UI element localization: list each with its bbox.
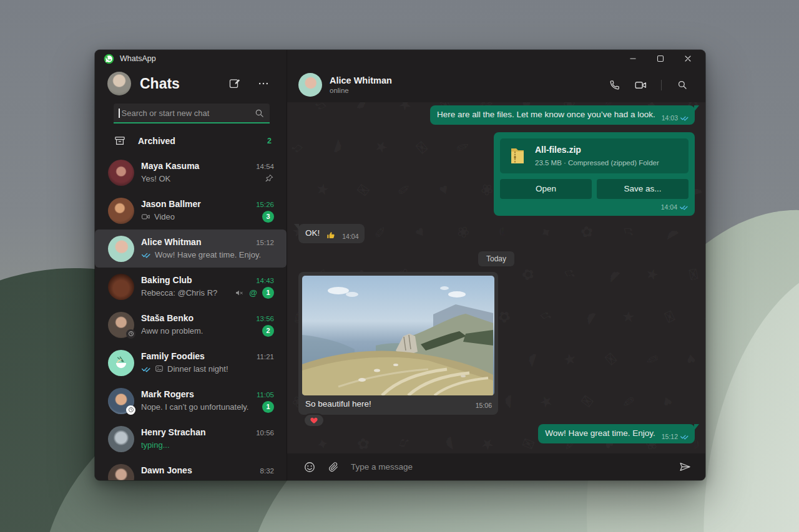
outgoing-message: Here are all the files. Let me know once… bbox=[430, 105, 695, 125]
send-button[interactable] bbox=[679, 460, 692, 473]
archived-chats-row[interactable]: Archived 2 bbox=[95, 128, 287, 153]
chat-list-item-henry[interactable]: Henry Strachan 10:56 typing... bbox=[95, 420, 287, 458]
maximize-button[interactable] bbox=[647, 50, 674, 67]
archived-count: 2 bbox=[267, 137, 272, 145]
chat-name: Henry Strachan bbox=[141, 427, 205, 437]
chat-preview: Dinner last night! bbox=[167, 364, 228, 374]
whatsapp-window: WhatsApp Chats Archived 2 bbox=[95, 50, 705, 480]
incoming-message: OK! 14:04 bbox=[298, 224, 365, 243]
more-menu-icon bbox=[257, 77, 270, 90]
thumbs-up-emoji bbox=[326, 230, 336, 240]
search-icon bbox=[677, 79, 688, 90]
chat-name: Alice Whitman bbox=[141, 237, 201, 247]
message-composer bbox=[287, 453, 705, 480]
chat-list-item-maya[interactable]: Maya Kasuma 14:54 Yes! OK bbox=[95, 153, 287, 191]
video-call-icon bbox=[634, 79, 647, 92]
avatar bbox=[108, 464, 134, 481]
minimize-button[interactable] bbox=[619, 50, 647, 67]
search-icon bbox=[254, 108, 265, 118]
chat-list-item-alice-selected[interactable]: Alice Whitman 15:12 Wow! Have great time… bbox=[95, 230, 287, 268]
status-clock-icon bbox=[126, 405, 135, 415]
file-meta: 23.5 MB · Compressed (zipped) Folder bbox=[535, 158, 659, 167]
chat-time: 14:54 bbox=[256, 163, 274, 170]
pin-icon bbox=[264, 173, 274, 183]
titlebar-left[interactable]: WhatsApp bbox=[95, 50, 287, 67]
unread-badge: 1 bbox=[262, 287, 274, 299]
chat-name: Dawn Jones bbox=[141, 465, 192, 475]
emoji-icon bbox=[303, 461, 316, 473]
chat-preview: Nope. I can’t go unfortunately. bbox=[141, 402, 248, 412]
chat-time: 14:43 bbox=[256, 277, 274, 284]
chat-preview: Video bbox=[154, 212, 175, 221]
app-title: WhatsApp bbox=[120, 54, 156, 63]
chat-time: 11:21 bbox=[257, 353, 274, 360]
avatar bbox=[108, 160, 134, 186]
muted-icon bbox=[235, 288, 244, 297]
chat-name: Baking Club bbox=[141, 275, 192, 285]
avatar bbox=[108, 426, 134, 452]
contact-avatar[interactable] bbox=[298, 73, 322, 97]
chat-list: Maya Kasuma 14:54 Yes! OK Jason Ballmer bbox=[95, 153, 287, 480]
landscape-photo bbox=[302, 276, 493, 395]
chat-time: 13:56 bbox=[256, 315, 274, 322]
save-as-button[interactable]: Save as... bbox=[597, 179, 689, 199]
attach-icon bbox=[328, 462, 339, 473]
avatar bbox=[108, 198, 134, 224]
search-input[interactable] bbox=[122, 109, 252, 118]
image-icon bbox=[155, 364, 164, 373]
bubble-tail bbox=[694, 424, 699, 430]
video-call-button[interactable] bbox=[631, 75, 650, 94]
unread-badge: 1 bbox=[262, 401, 274, 413]
message-input[interactable] bbox=[351, 462, 667, 472]
message-text: OK! bbox=[305, 228, 320, 239]
chat-time: 15:26 bbox=[256, 201, 274, 208]
chat-list-item-dawn[interactable]: Dawn Jones 8:32 bbox=[95, 458, 287, 480]
avatar bbox=[108, 350, 134, 376]
chat-preview: Aww no problem. bbox=[141, 326, 203, 336]
search-bar[interactable] bbox=[114, 104, 270, 123]
voice-call-button[interactable] bbox=[605, 75, 624, 94]
sidebar-header: Chats bbox=[95, 67, 287, 100]
titlebar-right[interactable] bbox=[287, 50, 705, 67]
chat-list-item-mark[interactable]: Mark Rogers 11:05 Nope. I can’t go unfor… bbox=[95, 382, 287, 420]
chat-list-item-stasa[interactable]: Staša Benko 13:56 Aww no problem. 2 bbox=[95, 306, 287, 344]
unread-badge: 3 bbox=[262, 211, 274, 223]
chat-name: Maya Kasuma bbox=[141, 161, 199, 171]
open-file-button[interactable]: Open bbox=[500, 179, 592, 199]
maximize-icon bbox=[655, 54, 665, 64]
emoji-button[interactable] bbox=[303, 461, 316, 473]
more-menu-button[interactable] bbox=[253, 74, 274, 93]
attach-button[interactable] bbox=[328, 462, 339, 473]
chat-list-item-family-foodies[interactable]: Family Foodies 11:21 Dinner last night! bbox=[95, 344, 287, 382]
message-text: Wow! Have great time. Enjoy. bbox=[545, 428, 655, 439]
chat-list-item-baking-club[interactable]: Baking Club 14:43 Rebecca: @Chris R? @ 1 bbox=[95, 268, 287, 306]
message-time: 15:06 bbox=[476, 402, 492, 410]
send-icon bbox=[679, 460, 692, 473]
message-reaction-heart[interactable] bbox=[303, 414, 325, 427]
file-attachment[interactable]: All-files.zip 23.5 MB · Compressed (zipp… bbox=[500, 138, 689, 173]
mention-icon: @ bbox=[249, 288, 257, 297]
close-button[interactable] bbox=[674, 50, 702, 67]
unread-badge: 2 bbox=[262, 325, 274, 337]
voice-call-icon bbox=[609, 79, 620, 91]
avatar bbox=[108, 274, 134, 300]
incoming-photo-message: So beautiful here! 15:06 bbox=[298, 272, 498, 415]
message-text: Here are all the files. Let me know once… bbox=[437, 110, 655, 120]
bubble-tail bbox=[694, 105, 699, 112]
conversation-header[interactable]: Alice Whitman online bbox=[287, 67, 705, 102]
chat-time: 11:05 bbox=[257, 391, 274, 399]
new-chat-button[interactable] bbox=[224, 74, 245, 93]
typing-indicator: typing... bbox=[141, 440, 170, 450]
read-double-check-icon bbox=[680, 115, 689, 121]
chat-preview: Rebecca: @Chris R? bbox=[141, 288, 217, 297]
noodle-bowl-icon bbox=[113, 355, 129, 371]
desktop-background: WhatsApp Chats Archived 2 bbox=[0, 0, 799, 532]
photo-attachment[interactable] bbox=[302, 276, 494, 395]
chat-name: Jason Ballmer bbox=[141, 199, 201, 209]
sidebar: WhatsApp Chats Archived 2 bbox=[95, 50, 287, 480]
search-in-chat-button[interactable] bbox=[673, 75, 692, 94]
chat-preview: Yes! OK bbox=[141, 174, 170, 183]
chat-time: 8:32 bbox=[260, 467, 274, 475]
chat-list-item-jason[interactable]: Jason Ballmer 15:26 Video 3 bbox=[95, 191, 287, 230]
my-profile-avatar[interactable] bbox=[107, 72, 131, 95]
